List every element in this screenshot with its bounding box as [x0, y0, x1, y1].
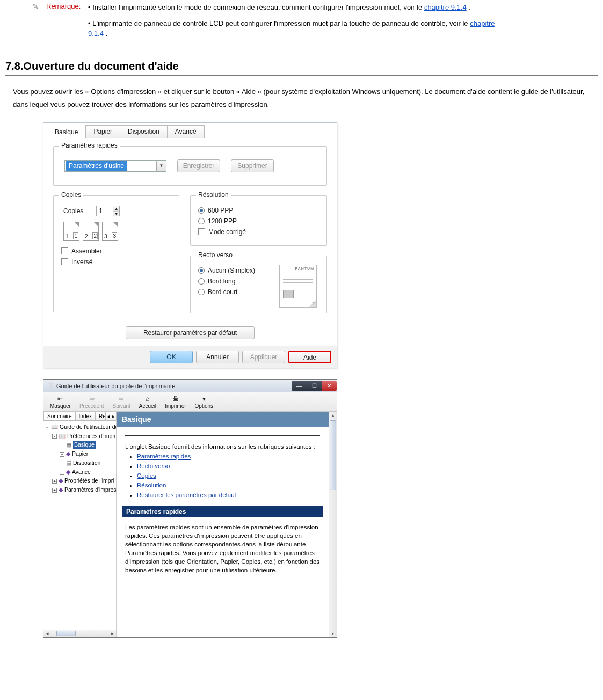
nav-tab-index[interactable]: Index [75, 412, 96, 420]
tb-hide[interactable]: ⇤ Masquer [46, 393, 75, 410]
radio-icon [198, 218, 205, 224]
radio-long-label: Bord long [208, 278, 235, 285]
help-nav-hscroll[interactable]: ◂ ▸ [43, 630, 116, 637]
stepper-buttons[interactable]: ▲▼ [113, 206, 119, 216]
nav-tab-sommaire[interactable]: Sommaire [43, 412, 76, 420]
apply-button[interactable]: Appliquer [242, 351, 285, 363]
help-window: ❔ Guide de l'utilisateur du pilote de l'… [43, 379, 337, 638]
resolution-group: Résolution 600 PPP 1200 PPP Mode corrigé [190, 195, 327, 246]
print-icon: 🖶 [171, 395, 180, 403]
tree-props[interactable]: +◆ Propriétés de l'impri [45, 477, 115, 486]
radio-long-edge[interactable]: Bord long [198, 278, 279, 285]
duplex-illustration: PANTUM 2 [279, 265, 317, 308]
help-app-icon: ❔ [47, 382, 54, 389]
brand-label: PANTUM [295, 267, 314, 271]
page-icon-1: 1 1 [63, 222, 79, 241]
copies-stepper[interactable]: ▲▼ [96, 206, 120, 216]
help-link-duplex[interactable]: Recto verso [137, 463, 170, 469]
copies-group: Copies Copies ▲▼ 1 1 [53, 195, 179, 312]
radio-600-label: 600 PPP [208, 207, 233, 214]
page-icon-2: 2 2 [83, 222, 99, 241]
tab-disposition[interactable]: Disposition [120, 125, 168, 138]
maximize-icon[interactable]: ☐ [307, 381, 322, 391]
radio-icon [198, 267, 205, 274]
section-heading: 7.8.Ouverture du document d'aide [5, 60, 598, 72]
window-buttons: — ☐ ✕ [292, 381, 337, 391]
quick-settings-title: Paramètres rapides [59, 142, 120, 149]
duplex-title: Recto verso [196, 251, 235, 259]
radio-short-label: Bord court [208, 288, 237, 296]
tree-params[interactable]: +◆ Paramètres d'impres [45, 486, 115, 495]
help-title-text: Guide de l'utilisateur du pilote de l'im… [56, 383, 175, 389]
forward-icon: ⇨ [117, 395, 126, 403]
checkbox-icon [61, 247, 68, 254]
restore-defaults-button[interactable]: Restaurer paramètres par défaut [126, 326, 255, 339]
tab-avance[interactable]: Avancé [167, 125, 205, 138]
back-icon: ⇦ [87, 395, 97, 403]
radio-icon [198, 207, 205, 214]
help-nav-tabs: Sommaire Index Recherche ◂ ▸ [43, 412, 116, 421]
hide-icon: ⇤ [55, 395, 65, 403]
radio-simplex[interactable]: Aucun (Simplex) [198, 267, 279, 274]
tab-bar: Basique Papier Disposition Avancé [43, 123, 337, 138]
dialog-footer: OK Annuler Appliquer Aide [43, 346, 337, 368]
nav-tab-scroll-right[interactable]: ▸ [111, 412, 117, 420]
assemble-checkbox[interactable]: Assembler [61, 247, 171, 255]
radio-1200ppp[interactable]: 1200 PPP [198, 217, 319, 225]
scrollbar-thumb[interactable] [56, 631, 76, 636]
quick-settings-combo[interactable]: Paramètres d'usine ▼ [64, 160, 166, 172]
help-toolbar: ⇤ Masquer ⇦ Précédent ⇨ Suivant ⌂ Accuei… [43, 392, 337, 412]
save-button[interactable]: Enregistrer [177, 159, 220, 172]
corrected-mode-label: Mode corrigé [208, 228, 246, 236]
note-p1-link[interactable]: chapitre 9.1.4 [424, 3, 467, 11]
tree-root[interactable]: -📖 Guide de l'utilisateur du [45, 423, 115, 432]
quick-settings-value: Paramètres d'usine [66, 161, 127, 171]
tree-avance[interactable]: +◆ Avancé [45, 468, 115, 477]
tree-disposition[interactable]: ▤ Disposition [45, 459, 115, 468]
corrected-mode-checkbox[interactable]: Mode corrigé [198, 228, 319, 236]
chevron-down-icon[interactable]: ▼ [156, 161, 166, 171]
tab-basique[interactable]: Basique [47, 126, 86, 138]
delete-button[interactable]: Supprimer [231, 159, 274, 172]
copies-value[interactable] [97, 206, 113, 216]
help-subheading: Paramètres rapides [122, 506, 323, 517]
tb-print[interactable]: 🖶 Imprimer [161, 393, 190, 410]
help-content-vscroll[interactable]: ▴ ▾ [329, 412, 337, 637]
tree-basique[interactable]: ▤ Basique [45, 441, 115, 450]
help-titlebar: ❔ Guide de l'utilisateur du pilote de l'… [43, 380, 337, 392]
nav-tab-recherche[interactable]: Recherche [95, 412, 106, 420]
help-link-res[interactable]: Résolution [137, 482, 166, 488]
minimize-icon[interactable]: — [292, 381, 307, 391]
tab-papier[interactable]: Papier [85, 125, 120, 138]
radio-600ppp[interactable]: 600 PPP [198, 207, 319, 214]
tb-back[interactable]: ⇦ Précédent [75, 393, 108, 410]
radio-icon [198, 289, 205, 295]
reverse-label: Inversé [71, 258, 92, 266]
help-link-restore[interactable]: Restaurer les paramètres par défaut [137, 492, 236, 498]
reverse-checkbox[interactable]: Inversé [61, 258, 171, 266]
note-body: • Installer l'imprimante selon le mode d… [88, 2, 496, 45]
copies-label: Copies [63, 207, 83, 215]
radio-1200-label: 1200 PPP [208, 217, 237, 225]
checkbox-icon [198, 228, 205, 235]
help-content: Basique L'onglet Basique fournit des inf… [117, 412, 337, 637]
help-link-copies[interactable]: Copies [137, 472, 156, 479]
help-link-quick[interactable]: Paramètres rapides [137, 453, 191, 460]
tb-home[interactable]: ⌂ Accueil [135, 393, 161, 410]
note-divider [32, 50, 571, 50]
print-preferences-dialog: Basique Papier Disposition Avancé Paramè… [43, 122, 337, 368]
help-content-divider [125, 435, 320, 436]
tb-forward[interactable]: ⇨ Suivant [108, 393, 135, 410]
close-icon[interactable]: ✕ [322, 381, 337, 391]
scrollbar-thumb[interactable] [330, 420, 336, 490]
radio-short-edge[interactable]: Bord court [198, 288, 279, 296]
tree-prefs[interactable]: -📖 Préférences d'impre [45, 432, 115, 441]
help-body: Sommaire Index Recherche ◂ ▸ -📖 Guide de… [43, 412, 337, 637]
note-p1a: • Installer l'imprimante selon le mode d… [88, 3, 424, 11]
ok-button[interactable]: OK [150, 351, 193, 363]
tb-options[interactable]: ▾ Options [191, 393, 217, 410]
help-button[interactable]: Aide [288, 351, 331, 363]
note-label: Remarque: [46, 2, 88, 45]
cancel-button[interactable]: Annuler [196, 351, 239, 363]
tree-papier[interactable]: +◆ Papier [45, 450, 115, 459]
